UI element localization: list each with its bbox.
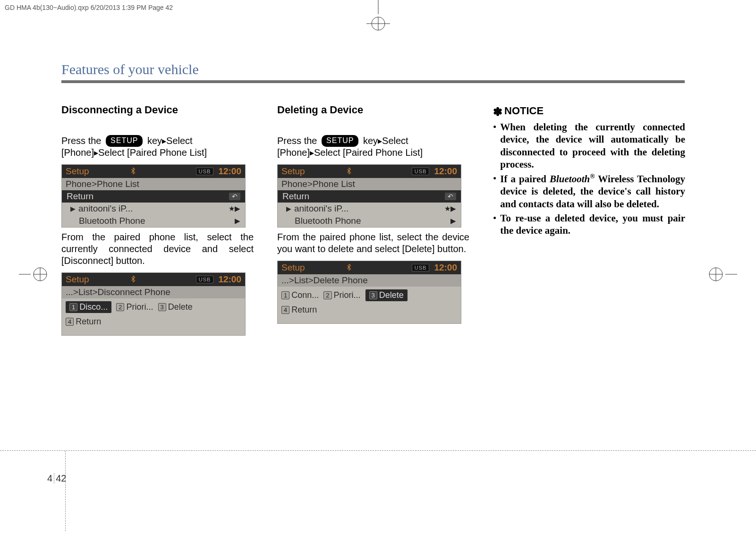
lcd-row-device: ▶ anitooni's iP... ★▶	[62, 203, 245, 215]
lcd-phone-list: Setup USB 12:00 Phone>Phone List Return …	[277, 164, 461, 228]
return-icon: ↶	[445, 193, 456, 200]
lcd-body: Return ↶ ▶ anitooni's iP... ★▶ Bluetooth…	[62, 190, 245, 227]
lcd-row-device: Bluetooth Phone ▶	[62, 215, 245, 227]
lcd-clock: 12:00	[434, 262, 457, 273]
right-triangle-icon	[162, 135, 166, 146]
notice-heading: ✽NOTICE	[493, 104, 685, 117]
bullet-icon: •	[493, 121, 496, 170]
caret-icon: ▶	[286, 205, 291, 212]
column-disconnecting: Disconnecting a Device Press the SETUP k…	[61, 104, 254, 336]
bluetooth-icon	[344, 262, 351, 273]
setup-keycap: SETUP	[322, 135, 358, 147]
crop-mark-left	[19, 258, 52, 293]
lcd-softkeys: 1Disco... 2Priori... 3Delete 4Return	[62, 298, 245, 335]
lcd-header: Setup USB 12:00	[278, 261, 461, 274]
notice-item: •If a paired Bluetooth® Wireless Technol…	[493, 172, 685, 210]
lcd-header: Setup USB 12:00	[278, 165, 461, 178]
lcd-disconnect-phone: Setup USB 12:00 ...>List>Disconnect Phon…	[61, 272, 246, 336]
usb-badge: USB	[196, 276, 214, 283]
bullet-icon: •	[493, 212, 496, 237]
usb-badge: USB	[412, 264, 430, 271]
lcd-breadcrumb: ...>List>Delete Phone	[278, 274, 461, 287]
star-play-icon: ★▶	[444, 204, 456, 213]
lcd-title: Setup	[66, 166, 126, 177]
right-triangle-icon	[310, 147, 314, 158]
page-number: 442	[47, 473, 66, 484]
device-name: Bluetooth Phone	[295, 216, 361, 226]
notice-item: •When deleting the currently connected d…	[493, 121, 685, 170]
lcd-body: Return ↶ ▶ anitooni's iP... ★▶ Bluetooth…	[278, 190, 461, 227]
heading-deleting: Deleting a Device	[277, 104, 469, 116]
caption-delete: From the paired phone list, select the d…	[277, 231, 469, 255]
print-job-line: GD HMA 4b(130~Audio).qxp 6/20/2013 1:39 …	[5, 4, 173, 11]
usb-badge: USB	[412, 168, 430, 175]
softkey-delete: 3Delete	[158, 301, 193, 313]
notice-list: •When deleting the currently connected d…	[493, 121, 685, 237]
softkey-label: Return	[291, 305, 317, 315]
right-triangle-icon	[94, 147, 98, 158]
section-title: Features of your vehicle	[61, 61, 199, 77]
lcd-row-device: ▶ anitooni's iP... ★▶	[278, 203, 461, 215]
column-deleting: Deleting a Device Press the SETUP keySel…	[277, 104, 469, 336]
lcd-delete-phone: Setup USB 12:00 ...>List>Delete Phone 1C…	[277, 261, 461, 324]
trim-dash-vertical	[65, 451, 66, 531]
notice-item: •To re-use a deleted device, you must pa…	[493, 212, 685, 237]
lcd-return-row: Return ↶	[62, 190, 245, 203]
bullet-icon: •	[493, 172, 496, 210]
text-press-the: Press the	[277, 135, 317, 146]
lcd-row-device: Bluetooth Phone ▶	[278, 215, 461, 227]
notice-text: To re-use a deleted device, you must pai…	[500, 212, 685, 237]
softkey-label: Delete	[379, 290, 404, 300]
caret-icon: ▶	[70, 205, 76, 212]
asterisk-icon: ✽	[493, 105, 502, 118]
notice-label: NOTICE	[504, 105, 544, 117]
softkey-label: Delete	[168, 302, 193, 312]
softkey-label: Return	[76, 317, 101, 327]
crop-mark-top	[362, 0, 395, 33]
softkey-label: Disco...	[79, 302, 108, 312]
softkey-disconnect: 1Disco...	[66, 301, 111, 313]
trim-dash-horizontal	[0, 450, 756, 451]
page-number-value: 42	[56, 473, 66, 483]
text-key: key	[363, 135, 378, 146]
lcd-title: Setup	[281, 262, 342, 273]
caption-disconnect: From the paired phone list, select the c…	[61, 231, 254, 267]
star-play-icon: ★▶	[229, 204, 240, 213]
setup-keycap: SETUP	[106, 135, 143, 147]
return-label: Return	[67, 191, 93, 202]
text-phone: [Phone]	[61, 147, 94, 158]
softkey-return: 4Return	[281, 305, 317, 315]
softkey-priority: 2Priori...	[116, 301, 153, 313]
lcd-title: Setup	[66, 274, 126, 285]
bluetooth-icon	[128, 166, 136, 177]
lcd-breadcrumb: ...>List>Disconnect Phone	[62, 286, 245, 298]
lcd-breadcrumb: Phone>Phone List	[62, 178, 245, 190]
softkey-label: Priori...	[126, 302, 153, 312]
bluetooth-icon	[128, 274, 136, 285]
play-icon: ▶	[450, 217, 456, 225]
text-key: key	[147, 135, 162, 146]
lcd-clock: 12:00	[434, 166, 457, 177]
text-select-paired: Select [Paired Phone List]	[98, 147, 207, 158]
crop-mark-right	[704, 258, 737, 293]
lcd-title: Setup	[281, 166, 342, 177]
play-icon: ▶	[235, 217, 240, 225]
softkey-priority: 2Priori...	[323, 289, 360, 301]
lcd-phone-list: Setup USB 12:00 Phone>Phone List Return …	[61, 164, 246, 228]
notice-text: When deleting the currently connected de…	[500, 121, 685, 170]
lcd-breadcrumb: Phone>Phone List	[278, 178, 461, 190]
text-select: Select	[166, 135, 193, 146]
section-rule	[61, 80, 685, 83]
usb-badge: USB	[196, 168, 214, 175]
instruction-line: Press the SETUP keySelect [Phone]Select …	[61, 135, 254, 159]
softkey-return: 4Return	[66, 317, 101, 327]
lcd-return-row: Return ↶	[278, 190, 461, 203]
bluetooth-icon	[344, 166, 351, 177]
softkey-connect: 1Conn...	[281, 289, 319, 301]
column-notice: ✽NOTICE •When deleting the currently con…	[493, 104, 685, 336]
return-label: Return	[282, 191, 309, 202]
text-press-the: Press the	[61, 135, 101, 146]
heading-disconnecting: Disconnecting a Device	[61, 104, 254, 116]
lcd-header: Setup USB 12:00	[62, 165, 245, 178]
right-triangle-icon	[378, 135, 382, 146]
